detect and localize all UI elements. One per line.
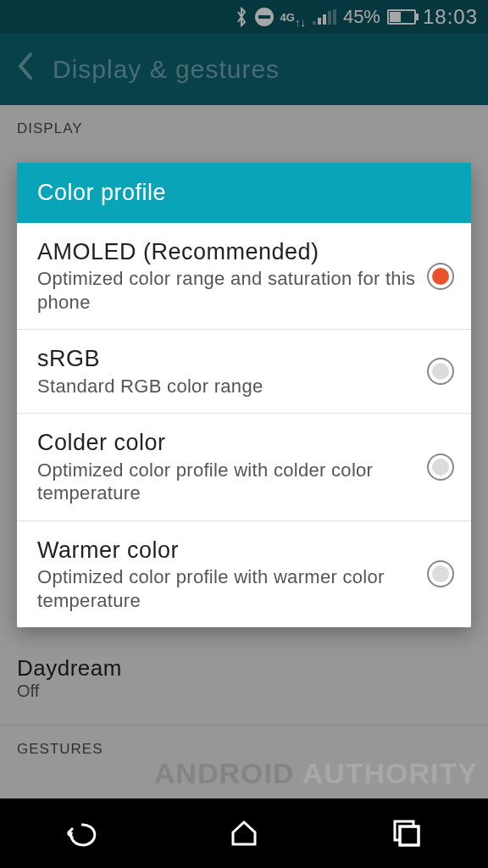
option-amoled[interactable]: AMOLED (Recommended) Optimized color ran… (17, 223, 471, 330)
option-colder[interactable]: Colder color Optimized color profile wit… (17, 414, 471, 520)
navigation-bar (0, 798, 488, 868)
watermark: ANDROID AUTHORITY (154, 757, 478, 790)
radio-icon[interactable] (427, 453, 454, 481)
option-title: Colder color (37, 429, 417, 456)
svg-rect-1 (400, 826, 419, 845)
radio-icon[interactable] (427, 263, 454, 290)
option-desc: Optimized color profile with warmer colo… (37, 565, 417, 612)
option-title: Warmer color (37, 537, 417, 564)
option-desc: Optimized color range and saturation for… (37, 267, 417, 314)
option-desc: Optimized color profile with colder colo… (37, 459, 417, 505)
color-profile-dialog: Color profile AMOLED (Recommended) Optim… (17, 163, 471, 627)
radio-icon[interactable] (427, 560, 454, 587)
dialog-title: Color profile (17, 163, 471, 223)
option-srgb[interactable]: sRGB Standard RGB color range (17, 330, 471, 414)
back-button[interactable] (64, 816, 98, 850)
home-button[interactable] (227, 816, 261, 850)
option-title: AMOLED (Recommended) (37, 238, 417, 265)
radio-icon[interactable] (427, 358, 454, 385)
option-warmer[interactable]: Warmer color Optimized color profile wit… (17, 521, 471, 627)
option-desc: Standard RGB color range (37, 375, 417, 398)
option-title: sRGB (37, 345, 417, 372)
recent-apps-button[interactable] (390, 816, 424, 850)
